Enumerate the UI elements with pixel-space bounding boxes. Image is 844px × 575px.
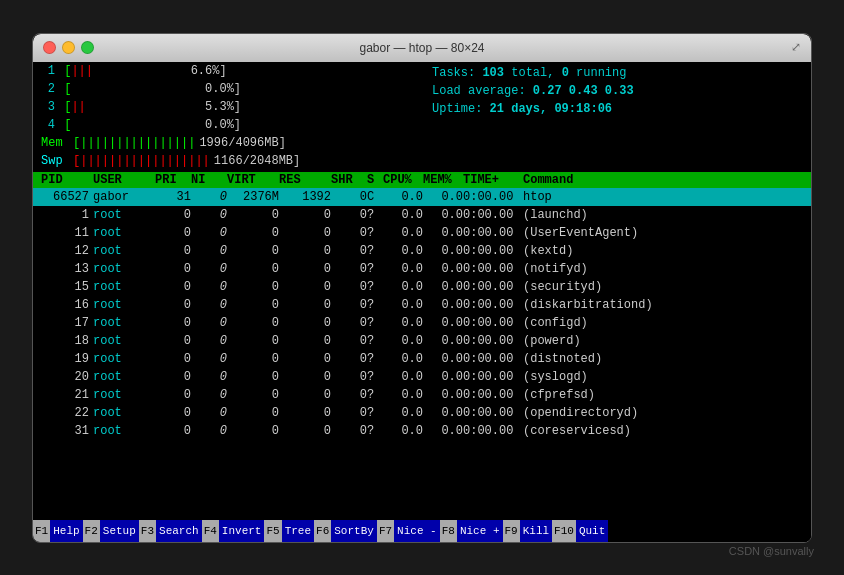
- footer-key: F5: [264, 520, 281, 542]
- table-row[interactable]: 15 root 0 0 0 0 0 ? 0.0 0.0 0:00.00 (sec…: [33, 278, 811, 296]
- table-row[interactable]: 31 root 0 0 0 0 0 ? 0.0 0.0 0:00.00 (cor…: [33, 422, 811, 440]
- proc-user: gabor: [93, 190, 155, 204]
- footer-label: Tree: [282, 520, 314, 542]
- table-row[interactable]: 17 root 0 0 0 0 0 ? 0.0 0.0 0:00.00 (con…: [33, 314, 811, 332]
- table-row[interactable]: 11 root 0 0 0 0 0 ? 0.0 0.0 0:00.00 (Use…: [33, 224, 811, 242]
- proc-ni: 0: [191, 244, 227, 258]
- proc-user: root: [93, 334, 155, 348]
- proc-command: (opendirectoryd): [523, 406, 803, 420]
- table-row[interactable]: 22 root 0 0 0 0 0 ? 0.0 0.0 0:00.00 (ope…: [33, 404, 811, 422]
- proc-mem: 0.0: [423, 280, 463, 294]
- proc-pid: 21: [41, 388, 93, 402]
- proc-s: ?: [367, 424, 383, 438]
- proc-shr: 0: [331, 334, 367, 348]
- proc-ni: 0: [191, 406, 227, 420]
- proc-s: ?: [367, 226, 383, 240]
- proc-res: 0: [279, 352, 331, 366]
- proc-ni: 0: [191, 424, 227, 438]
- proc-pid: 16: [41, 298, 93, 312]
- proc-time: 0:00.00: [463, 298, 523, 312]
- proc-pid: 15: [41, 280, 93, 294]
- proc-time: 0:00.00: [463, 388, 523, 402]
- footer-label: Quit: [576, 520, 608, 542]
- proc-time: 0:00.00: [463, 226, 523, 240]
- cpu-2-pct: 0.0%]: [205, 82, 241, 96]
- table-row[interactable]: 20 root 0 0 0 0 0 ? 0.0 0.0 0:00.00 (sys…: [33, 368, 811, 386]
- table-row[interactable]: 66527 gabor 31 0 2376M 1392 0 C 0.0 0.0 …: [33, 188, 811, 206]
- footer-item[interactable]: F9Kill: [503, 520, 553, 542]
- cpu-1-bar: [|||: [57, 64, 187, 78]
- proc-pri: 31: [155, 190, 191, 204]
- table-row[interactable]: 1 root 0 0 0 0 0 ? 0.0 0.0 0:00.00 (laun…: [33, 206, 811, 224]
- footer-key: F2: [83, 520, 100, 542]
- proc-pri: 0: [155, 334, 191, 348]
- col-mem: MEM%: [423, 173, 463, 187]
- footer-item[interactable]: F6SortBy: [314, 520, 377, 542]
- proc-virt: 0: [227, 208, 279, 222]
- proc-user: root: [93, 388, 155, 402]
- proc-pid: 11: [41, 226, 93, 240]
- proc-shr: 0: [331, 244, 367, 258]
- proc-command: (syslogd): [523, 370, 803, 384]
- maximize-button[interactable]: [81, 41, 94, 54]
- proc-virt: 2376M: [227, 190, 279, 204]
- proc-res: 0: [279, 208, 331, 222]
- footer-key: F7: [377, 520, 394, 542]
- table-row[interactable]: 19 root 0 0 0 0 0 ? 0.0 0.0 0:00.00 (dis…: [33, 350, 811, 368]
- footer-key: F4: [202, 520, 219, 542]
- mem-label: Mem: [41, 136, 73, 150]
- proc-pri: 0: [155, 388, 191, 402]
- tasks-total: 103: [482, 66, 504, 80]
- cpu-row-3: 3 [|| 5.3%]: [41, 98, 412, 116]
- proc-pri: 0: [155, 370, 191, 384]
- window-title: gabor — htop — 80×24: [359, 41, 484, 55]
- proc-ni: 0: [191, 280, 227, 294]
- process-table: 66527 gabor 31 0 2376M 1392 0 C 0.0 0.0 …: [33, 188, 811, 520]
- table-row[interactable]: 13 root 0 0 0 0 0 ? 0.0 0.0 0:00.00 (not…: [33, 260, 811, 278]
- table-row[interactable]: 21 root 0 0 0 0 0 ? 0.0 0.0 0:00.00 (cfp…: [33, 386, 811, 404]
- proc-time: 0:00.00: [463, 262, 523, 276]
- proc-mem: 0.0: [423, 226, 463, 240]
- footer-label: Setup: [100, 520, 139, 542]
- mem-value: 1996/4096MB]: [199, 136, 285, 150]
- footer-item[interactable]: F3Search: [139, 520, 202, 542]
- proc-virt: 0: [227, 262, 279, 276]
- proc-time: 0:00.00: [463, 244, 523, 258]
- proc-res: 0: [279, 316, 331, 330]
- footer-item[interactable]: F4Invert: [202, 520, 265, 542]
- proc-ni: 0: [191, 370, 227, 384]
- proc-command: (UserEventAgent): [523, 226, 803, 240]
- proc-res: 0: [279, 226, 331, 240]
- proc-mem: 0.0: [423, 316, 463, 330]
- proc-ni: 0: [191, 334, 227, 348]
- footer-key: F8: [440, 520, 457, 542]
- proc-mem: 0.0: [423, 208, 463, 222]
- table-row[interactable]: 18 root 0 0 0 0 0 ? 0.0 0.0 0:00.00 (pow…: [33, 332, 811, 350]
- mem-row: Mem [|||||||||||||||| 1996/4096MB]: [41, 134, 412, 152]
- footer-item[interactable]: F1Help: [33, 520, 83, 542]
- proc-command: (coreservicesd): [523, 424, 803, 438]
- proc-cpu: 0.0: [383, 406, 423, 420]
- footer-item[interactable]: F7Nice -: [377, 520, 440, 542]
- footer-item[interactable]: F5Tree: [264, 520, 314, 542]
- cpu-3-pct: 5.3%]: [205, 100, 241, 114]
- table-header: PID USER PRI NI VIRT RES SHR S CPU% MEM%…: [33, 172, 811, 188]
- proc-shr: 0: [331, 262, 367, 276]
- minimize-button[interactable]: [62, 41, 75, 54]
- close-button[interactable]: [43, 41, 56, 54]
- proc-shr: 0: [331, 190, 367, 204]
- table-row[interactable]: 16 root 0 0 0 0 0 ? 0.0 0.0 0:00.00 (dis…: [33, 296, 811, 314]
- cpu-4-num: 4: [41, 118, 55, 132]
- footer-item[interactable]: F10Quit: [552, 520, 608, 542]
- proc-s: ?: [367, 262, 383, 276]
- footer-item[interactable]: F8Nice +: [440, 520, 503, 542]
- tasks-running: 0: [562, 66, 569, 80]
- proc-user: root: [93, 352, 155, 366]
- proc-pri: 0: [155, 352, 191, 366]
- proc-s: ?: [367, 208, 383, 222]
- proc-cpu: 0.0: [383, 262, 423, 276]
- proc-res: 0: [279, 370, 331, 384]
- table-row[interactable]: 12 root 0 0 0 0 0 ? 0.0 0.0 0:00.00 (kex…: [33, 242, 811, 260]
- footer-item[interactable]: F2Setup: [83, 520, 139, 542]
- proc-s: ?: [367, 280, 383, 294]
